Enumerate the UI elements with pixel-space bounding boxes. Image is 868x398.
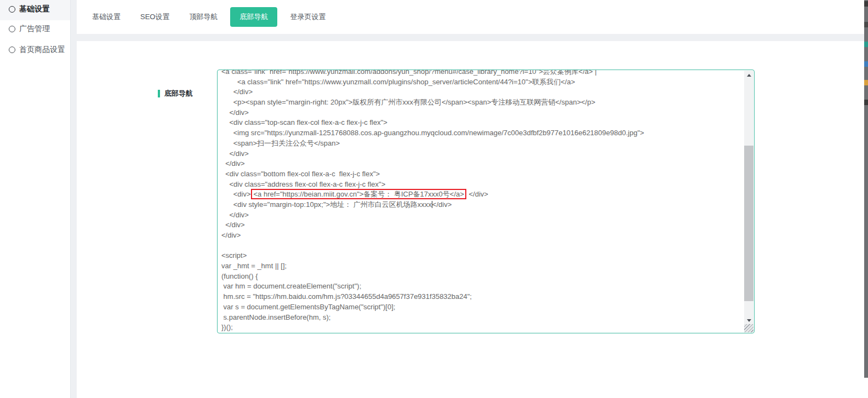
sidebar-item-basic-settings[interactable]: 基础设置 — [0, 0, 70, 20]
code-line: hm.src = "https://hm.baidu.com/hm.js?033… — [221, 292, 741, 302]
code-line: </div> — [221, 159, 741, 169]
code-line: var hm = document.createElement("script"… — [221, 281, 741, 292]
code-line: <a class="link" href="https://www.yunzma… — [221, 77, 741, 88]
code-line: </div> — [221, 220, 741, 230]
code-line — [221, 241, 741, 251]
code-line: s.parentNode.insertBefore(hm, s); — [221, 313, 741, 323]
edge-icon-fragment — [864, 22, 868, 27]
arrow-down-icon — [747, 319, 751, 322]
code-line: <a class="link" href="https://www.yunzma… — [221, 70, 741, 77]
footer-nav-code-textarea[interactable]: <a class="link" href="https://www.yunzma… — [217, 70, 755, 333]
sidebar-item-ad-management[interactable]: 广告管理 — [0, 19, 70, 39]
code-line: </div> — [221, 108, 741, 118]
code-line: var s = document.getElementsByTagName("s… — [221, 302, 741, 313]
sidebar: 基础设置 广告管理 首页商品设置 — [0, 0, 71, 398]
code-line: <script> — [221, 251, 741, 261]
tab-seo-settings[interactable]: SEO设置 — [140, 12, 169, 22]
tab-bar-card: 基础设置 SEO设置 顶部导航 底部导航 登录页设置 — [77, 0, 868, 34]
code-line: </div> — [221, 230, 741, 241]
code-line: <img src="https://yunzmall-1251768088.co… — [221, 128, 741, 139]
circle-icon — [9, 47, 15, 53]
code-line: </div> — [221, 210, 741, 221]
scrollbar-thumb[interactable] — [744, 146, 753, 301]
tab-bar: 基础设置 SEO设置 顶部导航 底部导航 登录页设置 — [77, 0, 868, 34]
code-line: <div style="margin-top:10px;">地址： 广州市白云区… — [221, 200, 741, 210]
screen-edge-strip — [864, 0, 868, 378]
tab-login-page-settings[interactable]: 登录页设置 — [290, 12, 326, 22]
code-content: <a class="link" href="https://www.yunzma… — [221, 70, 741, 333]
textarea-resize-handle[interactable] — [744, 324, 753, 332]
circle-icon — [9, 26, 15, 32]
highlight-red-box: <a href="https://beian.miit.gov.cn">备案号：… — [251, 189, 466, 199]
section-title: 底部导航 — [164, 89, 193, 99]
code-line: </div> — [221, 149, 741, 159]
tab-footer-nav[interactable]: 底部导航 — [230, 7, 277, 27]
code-line: <span>扫一扫关注公众号</span> — [221, 139, 741, 149]
code-line: (function() { — [221, 272, 741, 282]
code-line: <div><a href="https://beian.miit.gov.cn"… — [221, 189, 741, 200]
sidebar-item-label: 基础设置 — [19, 4, 50, 14]
sidebar-item-home-product-settings[interactable]: 首页商品设置 — [0, 39, 70, 60]
sidebar-item-label: 首页商品设置 — [19, 45, 65, 55]
code-line: var _hmt = _hmt || []; — [221, 261, 741, 272]
circle-icon — [9, 6, 15, 13]
code-line: </div> — [221, 87, 741, 97]
code-line: <p><span style="margin-right: 20px">版权所有… — [221, 97, 741, 108]
code-line: <div class="bottom flex-col flex-a-c fle… — [221, 169, 741, 180]
arrow-up-icon — [747, 74, 751, 77]
editor-scrollbar[interactable] — [744, 71, 753, 325]
edge-icon-fragment — [864, 80, 868, 85]
section-header: 底部导航 — [158, 89, 193, 99]
code-line: <div class="top-scan flex-col flex-a-c f… — [221, 118, 741, 128]
scrollbar-up-button[interactable] — [744, 71, 753, 80]
tab-top-nav[interactable]: 顶部导航 — [189, 12, 218, 22]
edge-icon-fragment — [864, 100, 868, 105]
admin-settings-page: 基础设置 广告管理 首页商品设置 基础设置 SEO设置 顶部导航 底部导航 登录… — [0, 0, 868, 398]
sidebar-item-label: 广告管理 — [19, 24, 50, 34]
edge-icon-fragment — [864, 61, 868, 67]
code-line: })(); — [221, 322, 741, 333]
edge-icon-fragment — [864, 42, 868, 47]
section-accent-bar — [158, 90, 160, 97]
code-line: <div class="address flex-col flex-a-c fl… — [221, 180, 741, 190]
edge-icon-fragment — [864, 1, 868, 7]
tab-basic-settings[interactable]: 基础设置 — [92, 12, 121, 22]
